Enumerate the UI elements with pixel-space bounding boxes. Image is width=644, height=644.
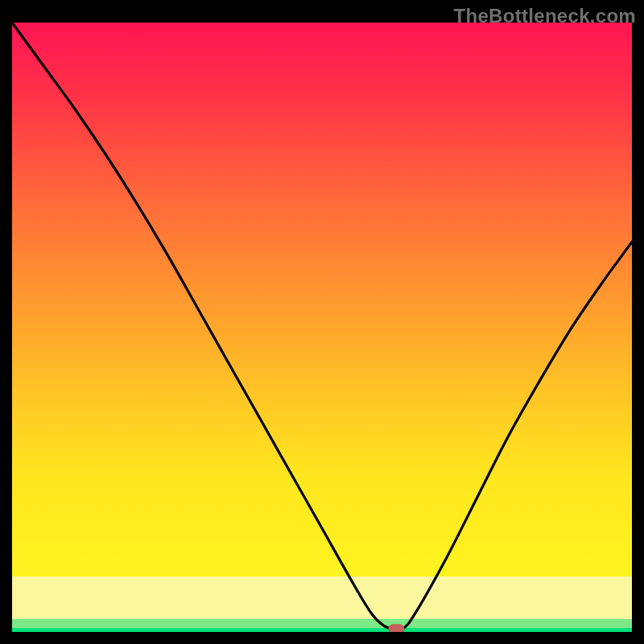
watermark-text: TheBottleneck.com	[454, 5, 636, 27]
band-light-green	[12, 619, 632, 628]
background-bands	[12, 23, 632, 632]
band-green	[12, 628, 632, 632]
plot-area	[12, 23, 632, 632]
bottleneck-chart: TheBottleneck.com	[0, 0, 644, 644]
band-pale-yellow	[12, 576, 632, 619]
band-gradient	[12, 23, 632, 576]
minimum-marker	[388, 624, 404, 632]
